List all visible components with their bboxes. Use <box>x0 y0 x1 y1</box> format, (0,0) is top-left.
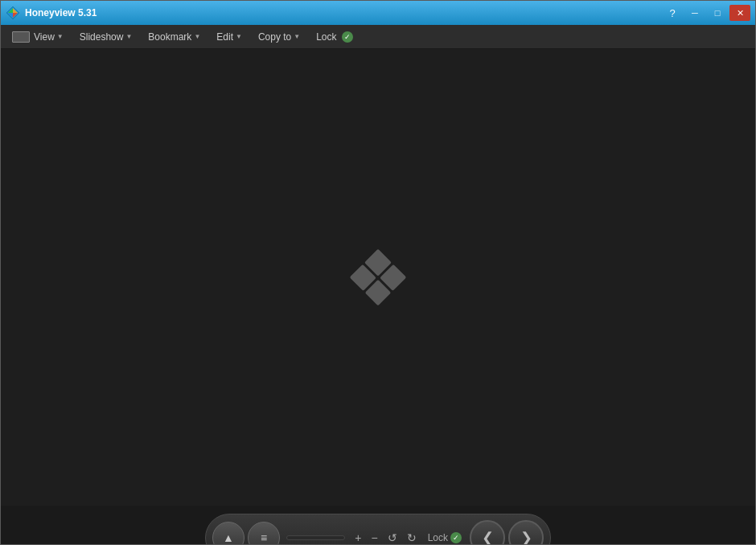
menu-copy-to[interactable]: Copy to ▼ <box>250 28 308 46</box>
menu-lock[interactable]: Lock ✓ <box>308 28 360 46</box>
menu-bookmark[interactable]: Bookmark ▼ <box>140 28 208 46</box>
next-icon: ❯ <box>520 529 532 545</box>
app-icon <box>6 6 20 20</box>
maximize-button[interactable]: □ <box>707 5 728 21</box>
slideshow-arrow: ▼ <box>125 33 132 40</box>
open-file-button[interactable]: ▲ <box>212 522 244 545</box>
zoom-in-button[interactable]: + <box>351 530 364 545</box>
bookmark-arrow: ▼ <box>194 33 200 40</box>
window-controls: ? ─ □ ✕ <box>662 5 750 21</box>
toolbar-inner: ▲ ≡ + − ↺ ↻ Lock ✓ <box>205 514 551 545</box>
lock-toolbar-button[interactable]: Lock ✓ <box>423 531 466 545</box>
app-logo <box>346 245 410 309</box>
open-icon: ▲ <box>223 531 234 544</box>
prev-button[interactable]: ❮ <box>470 520 505 545</box>
menubar: View ▼ Slideshow ▼ Bookmark ▼ Edit ▼ Cop… <box>1 25 755 49</box>
titlebar-left: Honeyview 5.31 <box>6 6 97 20</box>
progress-bar[interactable] <box>286 535 345 540</box>
lock-check-icon: ✓ <box>342 31 353 43</box>
app-title: Honeyview 5.31 <box>25 7 97 18</box>
help-button[interactable]: ? <box>662 5 683 21</box>
main-content <box>1 49 755 506</box>
menu-button[interactable]: ≡ <box>248 522 280 545</box>
bottom-toolbar: ▲ ≡ + − ↺ ↻ Lock ✓ <box>1 506 755 545</box>
minimize-button[interactable]: ─ <box>684 5 705 21</box>
rotate-right-button[interactable]: ↻ <box>404 530 420 545</box>
view-arrow: ▼ <box>57 33 64 40</box>
lock-check-toolbar: ✓ <box>450 532 462 543</box>
menu-slideshow[interactable]: Slideshow ▼ <box>72 28 141 46</box>
view-icon <box>12 31 30 43</box>
diamond-logo <box>350 249 407 306</box>
edit-arrow: ▼ <box>236 33 242 40</box>
copyto-arrow: ▼ <box>294 33 300 40</box>
menu-edit[interactable]: Edit ▼ <box>208 28 250 46</box>
prev-icon: ❮ <box>482 529 494 545</box>
rotate-left-button[interactable]: ↺ <box>384 530 401 545</box>
titlebar: Honeyview 5.31 ? ─ □ ✕ <box>1 1 755 25</box>
zoom-out-button[interactable]: − <box>368 530 380 545</box>
menu-view[interactable]: View ▼ <box>4 28 72 46</box>
hamburger-icon: ≡ <box>261 531 267 544</box>
close-button[interactable]: ✕ <box>729 5 750 21</box>
next-button[interactable]: ❯ <box>508 520 544 545</box>
